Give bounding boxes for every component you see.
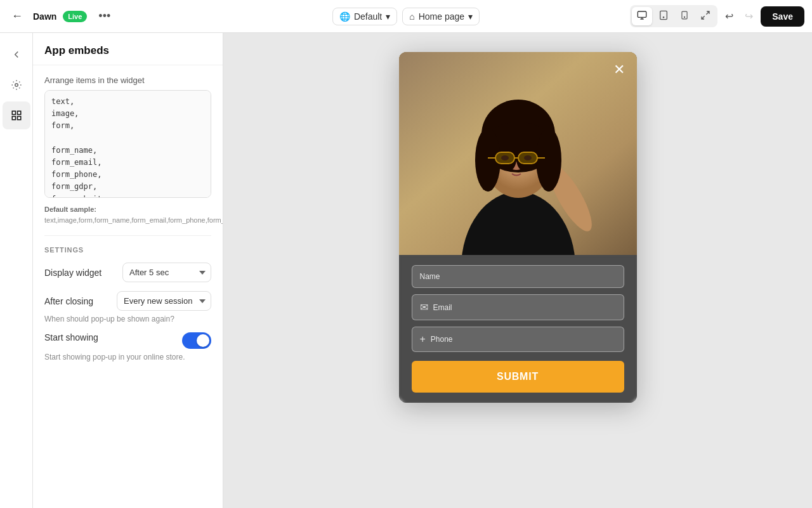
form-field-phone: + Phone [412, 327, 624, 352]
display-widget-select[interactable]: After 5 sec Immediately After 10 sec Aft… [122, 263, 211, 282]
svg-rect-0 [638, 11, 646, 17]
page-label: Home page [419, 11, 464, 22]
divider [44, 235, 211, 236]
popup-preview: ✕ [399, 52, 637, 403]
device-buttons [630, 5, 717, 27]
tablet-view-button[interactable] [653, 7, 674, 25]
after-closing-label: After closing [44, 296, 93, 306]
view-selector[interactable]: 🌐 Default ▾ [332, 8, 397, 25]
popup-image [399, 52, 637, 255]
after-closing-row: After closing Every new session Never Af… [44, 291, 211, 311]
back-button[interactable]: ← [8, 6, 27, 27]
redo-button[interactable]: ↪ [741, 6, 757, 26]
main-area: App embeds Arrange items in the widget t… [0, 33, 812, 508]
svg-point-26 [524, 155, 532, 160]
panel-title: App embeds [44, 44, 211, 57]
after-closing-select[interactable]: Every new session Never After 1 day Afte… [117, 291, 211, 311]
svg-rect-1 [660, 11, 667, 19]
live-badge: Live [63, 11, 87, 22]
panel-header: App embeds [33, 33, 223, 65]
email-icon: ✉ [420, 301, 428, 313]
name-field-label: Name [420, 272, 616, 281]
display-widget-label: Display widget [44, 268, 102, 278]
topbar-left: ← Dawn Live ••• [8, 6, 270, 27]
svg-rect-7 [17, 111, 20, 114]
svg-point-4 [684, 16, 685, 17]
default-sample: Default sample: text,image,form,form_nam… [44, 204, 211, 225]
topbar-right: ↩ ↪ Save [542, 5, 804, 27]
page-selector[interactable]: ⌂ Home page ▾ [402, 8, 480, 25]
form-field-name: Name [412, 265, 624, 288]
chevron-down-icon: ▾ [386, 11, 390, 22]
form-field-email: ✉ Email [412, 294, 624, 320]
svg-point-5 [15, 84, 18, 87]
sidebar-item-app-embeds[interactable] [3, 101, 30, 129]
portrait-svg [399, 52, 637, 255]
panel: App embeds Arrange items in the widget t… [33, 33, 223, 508]
globe-icon: 🌐 [339, 11, 350, 22]
sidebar-item-theme-settings[interactable] [3, 71, 30, 99]
widget-code-textarea[interactable]: text, image, form, form_name, form_email… [44, 90, 211, 198]
start-showing-sublabel: Start showing pop-up in your online stor… [44, 353, 211, 361]
svg-rect-8 [12, 117, 15, 120]
start-showing-labels: Start showing [44, 332, 98, 342]
start-showing-toggle[interactable] [182, 332, 211, 349]
after-closing-hint: When should pop-up be shown again? [44, 315, 211, 323]
display-widget-row: Display widget After 5 sec Immediately A… [44, 263, 211, 282]
panel-scroll[interactable]: Arrange items in the widget text, image,… [33, 65, 223, 508]
topbar: ← Dawn Live ••• 🌐 Default ▾ ⌂ Home page … [0, 0, 812, 33]
start-showing-row: Start showing [44, 332, 211, 349]
svg-point-25 [501, 155, 509, 160]
email-field-label: Email [433, 303, 616, 312]
arrange-label: Arrange items in the widget [44, 75, 211, 85]
toggle-slider [182, 332, 211, 349]
popup-close-button[interactable]: ✕ [609, 60, 629, 80]
svg-point-2 [664, 17, 664, 18]
desktop-view-button[interactable] [632, 7, 652, 25]
preview-area: ✕ [223, 33, 812, 508]
expand-view-button[interactable] [695, 7, 716, 25]
site-name: Dawn [33, 11, 56, 22]
svg-rect-6 [12, 111, 15, 114]
svg-rect-9 [17, 117, 20, 120]
popup-form: Name ✉ Email + Phone SUBMIT [399, 255, 637, 403]
start-showing-label: Start showing [44, 332, 98, 342]
sidebar-back-button[interactable] [3, 41, 30, 68]
home-icon: ⌂ [409, 11, 414, 22]
topbar-center: 🌐 Default ▾ ⌂ Home page ▾ [275, 8, 537, 25]
popup-submit-button[interactable]: SUBMIT [412, 361, 624, 393]
phone-field-label: Phone [431, 335, 616, 344]
settings-header: SETTINGS [44, 246, 211, 254]
view-label: Default [354, 11, 382, 22]
svg-point-19 [536, 128, 561, 192]
chevron-down-icon: ▾ [468, 11, 473, 22]
undo-button[interactable]: ↩ [721, 6, 737, 26]
more-menu-button[interactable]: ••• [93, 7, 115, 25]
icon-sidebar [0, 33, 33, 508]
save-button[interactable]: Save [761, 6, 804, 27]
mobile-view-button[interactable] [675, 7, 694, 25]
phone-icon: + [420, 334, 426, 345]
